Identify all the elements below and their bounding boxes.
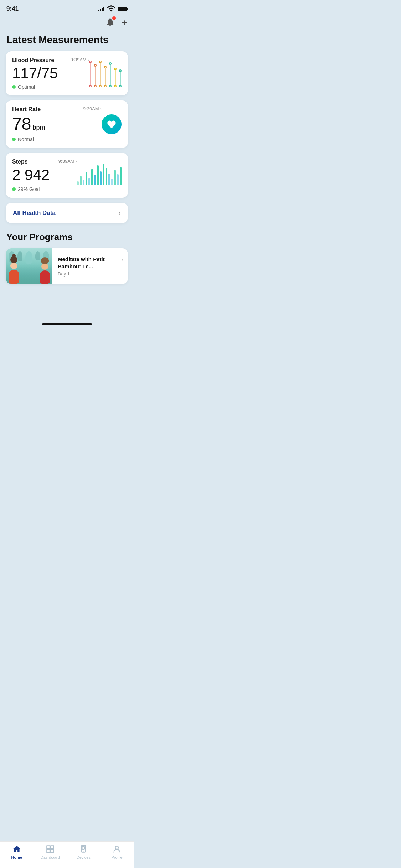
hr-unit: bpm — [32, 124, 45, 131]
heart-icon-circle — [102, 114, 122, 134]
all-health-data-button[interactable]: All Health Data › — [6, 203, 128, 223]
steps-card: Steps 9:39AM › 2 942 29% Goal — [6, 153, 128, 198]
person-left — [9, 256, 19, 284]
bp-title: Blood Pressure — [12, 57, 54, 63]
heart-rate-card: Heart Rate 9:39AM › 78 bpm Normal — [6, 100, 128, 148]
program-subtitle: Day 1 — [58, 271, 123, 277]
hr-value: 78 — [12, 114, 31, 134]
person-right — [40, 257, 50, 284]
programs-title: Your Programs — [0, 232, 134, 248]
program-image — [6, 248, 52, 284]
bp-value: 117/75 — [12, 65, 89, 82]
signal-icon — [98, 6, 104, 11]
hr-time[interactable]: 9:39AM › — [83, 106, 102, 112]
hr-status: Normal — [12, 136, 102, 142]
bp-time[interactable]: 9:39AM › — [71, 57, 89, 62]
page-title: Latest Measurements — [0, 31, 134, 51]
program-card[interactable]: Meditate with Petit Bambou: Le... › Day … — [6, 248, 128, 284]
steps-time[interactable]: 9:39AM › — [58, 159, 77, 164]
hr-title: Heart Rate — [12, 106, 41, 113]
hr-status-dot — [12, 138, 16, 141]
heart-icon — [107, 119, 117, 129]
battery-icon — [118, 7, 127, 11]
bp-chart — [89, 57, 122, 87]
steps-value: 2 942 — [12, 166, 77, 184]
program-info: Meditate with Petit Bambou: Le... › Day … — [52, 248, 128, 284]
steps-status-dot — [12, 187, 16, 191]
blood-pressure-card: Blood Pressure 9:39AM › 117/75 Optimal — [6, 51, 128, 95]
notification-dot — [112, 16, 116, 20]
bp-status: Optimal — [12, 84, 89, 90]
status-time: 9:41 — [6, 5, 19, 12]
bp-status-dot — [12, 85, 16, 89]
all-health-label: All Health Data — [13, 210, 56, 217]
wifi-icon — [107, 4, 116, 14]
home-indicator — [42, 323, 92, 325]
status-icons — [98, 4, 127, 14]
notification-button[interactable] — [105, 17, 115, 29]
program-title: Meditate with Petit Bambou: Le... — [58, 256, 118, 270]
hr-value-row: 78 bpm — [12, 114, 102, 134]
steps-status: 29% Goal — [12, 186, 77, 192]
status-bar: 9:41 — [0, 0, 134, 16]
add-button[interactable]: + — [122, 17, 127, 29]
steps-title: Steps — [12, 159, 28, 165]
header-actions: + — [0, 16, 134, 31]
steps-chart — [77, 159, 122, 187]
program-chevron-icon: › — [121, 257, 123, 263]
chevron-right-icon: › — [119, 209, 121, 217]
